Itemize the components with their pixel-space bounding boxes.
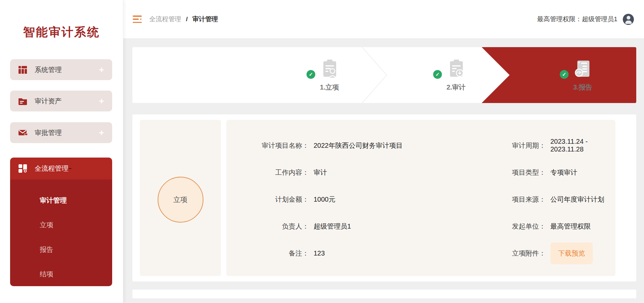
field-label: 审计周期： — [461, 132, 546, 159]
breadcrumb-section[interactable]: 全流程管理 — [149, 15, 181, 24]
field-value: 123 — [314, 240, 457, 267]
expand-plus-icon[interactable]: + — [99, 128, 104, 137]
topbar-user-area: 最高管理权限：超级管理员1 — [537, 14, 634, 25]
menu-fold-icon[interactable] — [133, 15, 142, 23]
field-label: 项目类型： — [461, 159, 546, 186]
sidebar: 智能审计系统 系统管理 + 审计资产 + 审批管理 — [0, 0, 123, 303]
sidebar-submenu: 审计管理 立项 报告 结项 — [10, 179, 112, 286]
report-gauge-icon — [573, 75, 592, 80]
columns-icon — [18, 65, 27, 74]
step-done-check-icon: ✓ — [560, 70, 569, 79]
expand-plus-icon[interactable]: + — [99, 97, 104, 105]
expand-plus-icon[interactable]: + — [99, 65, 104, 74]
clipboard-person-icon — [320, 75, 339, 80]
sidebar-item-label: 系统管理 — [35, 65, 62, 74]
step-initiation[interactable]: ✓ 1.立项 — [296, 47, 363, 103]
field-value: 专项审计 — [550, 159, 609, 186]
field-value: 超级管理员1 — [314, 213, 457, 240]
field-value: 审计 — [314, 159, 457, 186]
field-value: 最高管理权限 — [550, 213, 609, 240]
phase-badge: 立项 — [158, 177, 203, 223]
sidebar-item-approval-management[interactable]: 审批管理 + — [10, 122, 112, 143]
sidebar-item-system-management[interactable]: 系统管理 + — [10, 59, 112, 80]
dashboard-grid-icon — [18, 164, 27, 173]
step-label: 1.立项 — [320, 83, 339, 92]
sidebar-subitem-report[interactable]: 报告 — [40, 245, 112, 254]
field-value: 1000元 — [314, 186, 457, 213]
sidebar-subitem-project-initiation[interactable]: 立项 — [40, 221, 112, 229]
collapse-minus-icon[interactable]: − — [68, 166, 71, 172]
field-label: 项目来源： — [461, 186, 546, 213]
process-stepper: ✓ 1.立项 ✓ — [132, 47, 636, 103]
field-value: 2022年陕西公司财务审计项目 — [314, 132, 457, 159]
field-value: 2023.11.24 - 2023.11.28 — [550, 132, 609, 159]
sidebar-subitem-audit-management[interactable]: 审计管理 — [40, 196, 112, 204]
step-done-check-icon: ✓ — [307, 70, 315, 79]
step-separator-chevron — [362, 47, 387, 103]
field-value: 公司年度审计计划 — [550, 186, 609, 213]
envelope-icon — [18, 128, 27, 137]
field-label: 工作内容： — [226, 159, 309, 186]
field-label: 计划金额： — [226, 186, 309, 213]
sidebar-item-label: 审批管理 — [35, 128, 62, 137]
sidebar-item-audit-assets[interactable]: 审计资产 + — [10, 91, 112, 111]
field-label: 负责人： — [226, 213, 309, 240]
user-role-text: 最高管理权限：超级管理员1 — [537, 15, 617, 24]
download-preview-button[interactable]: 下载预览 — [550, 242, 593, 264]
step-label: 2.审计 — [447, 83, 466, 92]
step-done-check-icon: ✓ — [433, 70, 442, 79]
breadcrumb-separator: / — [186, 15, 188, 23]
field-label: 发起单位： — [461, 213, 546, 240]
step-report[interactable]: ✓ 3.报告 — [549, 47, 616, 103]
sidebar-item-label: 审计资产 — [35, 97, 62, 106]
app-logo: 智能审计系统 — [0, 24, 123, 40]
topbar: 全流程管理 / 审计管理 最高管理权限：超级管理员1 — [123, 0, 644, 39]
clipboard-download-icon — [447, 75, 465, 80]
sidebar-item-label: 全流程管理 — [35, 164, 68, 173]
sidebar-item-full-process-management[interactable]: 全流程管理 − — [10, 158, 112, 179]
project-detail-card: 立项 审计项目名称： 2022年陕西公司财务审计项目 审计周期： 2023.11… — [132, 114, 636, 281]
field-label: 备注： — [226, 240, 309, 267]
breadcrumb-current: 审计管理 — [192, 15, 218, 24]
field-label: 立项附件： — [461, 240, 546, 267]
next-section-card — [132, 290, 636, 298]
user-avatar[interactable] — [623, 14, 634, 25]
phase-badge-panel: 立项 — [140, 120, 221, 276]
step-label: 3.报告 — [573, 83, 592, 92]
step-audit[interactable]: ✓ 2.审计 — [422, 47, 490, 103]
folder-icon — [18, 97, 27, 106]
field-label: 审计项目名称： — [226, 132, 309, 159]
project-fields-panel: 审计项目名称： 2022年陕西公司财务审计项目 审计周期： 2023.11.24… — [226, 120, 615, 276]
sidebar-subitem-closure[interactable]: 结项 — [40, 270, 112, 278]
